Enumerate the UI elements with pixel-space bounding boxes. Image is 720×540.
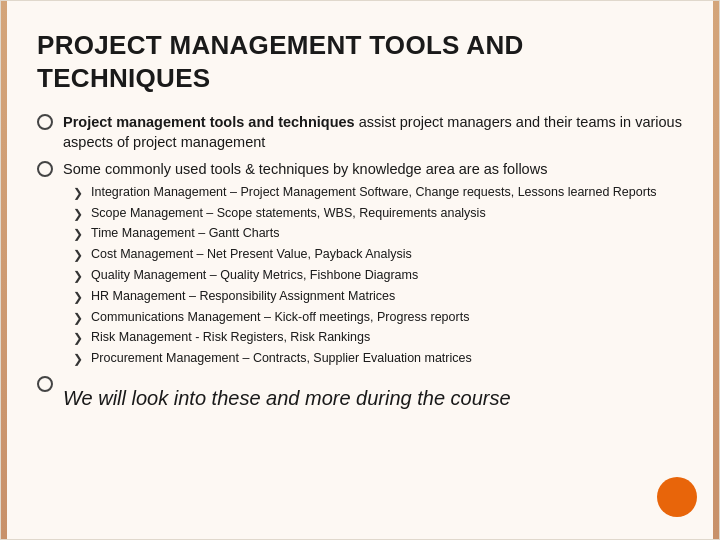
right-accent-bar — [713, 1, 719, 539]
bold-text-1: Project management tools and techniques — [63, 114, 355, 130]
bullet-item-1: Project management tools and techniques … — [37, 112, 683, 153]
arrow-icon: ❯ — [73, 351, 83, 368]
list-item: ❯ Time Management – Gantt Charts — [73, 225, 657, 243]
arrow-icon: ❯ — [73, 268, 83, 285]
list-item: ❯ Cost Management – Net Present Value, P… — [73, 246, 657, 264]
sub-item-text-8: Risk Management - Risk Registers, Risk R… — [91, 329, 370, 347]
closing-bullet: We will look into these and more during … — [37, 374, 683, 412]
orange-circle-decoration — [657, 477, 697, 517]
bullet-text-1: Project management tools and techniques … — [63, 112, 683, 153]
title-line1: PROJECT MANAGEMENT TOOLS AND — [37, 30, 524, 60]
list-item: ❯ HR Management – Responsibility Assignm… — [73, 288, 657, 306]
list-item: ❯ Integration Management – Project Manag… — [73, 184, 657, 202]
bullet-item-2: Some commonly used tools & techniques by… — [37, 159, 683, 368]
bullet-circle-1 — [37, 114, 53, 130]
content-area: Project management tools and techniques … — [37, 112, 683, 412]
sub-item-text-3: Time Management – Gantt Charts — [91, 225, 280, 243]
bullet-circle-3 — [37, 376, 53, 392]
list-item: ❯ Procurement Management – Contracts, Su… — [73, 350, 657, 368]
arrow-icon: ❯ — [73, 310, 83, 327]
slide-title: PROJECT MANAGEMENT TOOLS AND TECHNIQUES — [37, 29, 683, 94]
closing-text: We will look into these and more during … — [63, 384, 511, 412]
arrow-icon: ❯ — [73, 289, 83, 306]
sub-item-text-5: Quality Management – Quality Metrics, Fi… — [91, 267, 418, 285]
sub-item-text-4: Cost Management – Net Present Value, Pay… — [91, 246, 412, 264]
bullet-2-text: Some commonly used tools & techniques by… — [63, 161, 547, 177]
sub-item-text-1: Integration Management – Project Managem… — [91, 184, 657, 202]
sub-item-text-6: HR Management – Responsibility Assignmen… — [91, 288, 395, 306]
list-item: ❯ Communications Management – Kick-off m… — [73, 309, 657, 327]
list-item: ❯ Risk Management - Risk Registers, Risk… — [73, 329, 657, 347]
sub-item-text-7: Communications Management – Kick-off mee… — [91, 309, 469, 327]
left-accent-bar — [1, 1, 7, 539]
title-line2: TECHNIQUES — [37, 63, 210, 93]
arrow-icon: ❯ — [73, 330, 83, 347]
bullet-circle-2 — [37, 161, 53, 177]
arrow-icon: ❯ — [73, 247, 83, 264]
arrow-icon: ❯ — [73, 185, 83, 202]
sub-item-text-2: Scope Management – Scope statements, WBS… — [91, 205, 486, 223]
arrow-icon: ❯ — [73, 226, 83, 243]
bullet-text-2: Some commonly used tools & techniques by… — [63, 159, 657, 368]
slide: PROJECT MANAGEMENT TOOLS AND TECHNIQUES … — [0, 0, 720, 540]
sub-item-text-9: Procurement Management – Contracts, Supp… — [91, 350, 472, 368]
arrow-icon: ❯ — [73, 206, 83, 223]
list-item: ❯ Scope Management – Scope statements, W… — [73, 205, 657, 223]
list-item: ❯ Quality Management – Quality Metrics, … — [73, 267, 657, 285]
sub-list: ❯ Integration Management – Project Manag… — [73, 184, 657, 368]
